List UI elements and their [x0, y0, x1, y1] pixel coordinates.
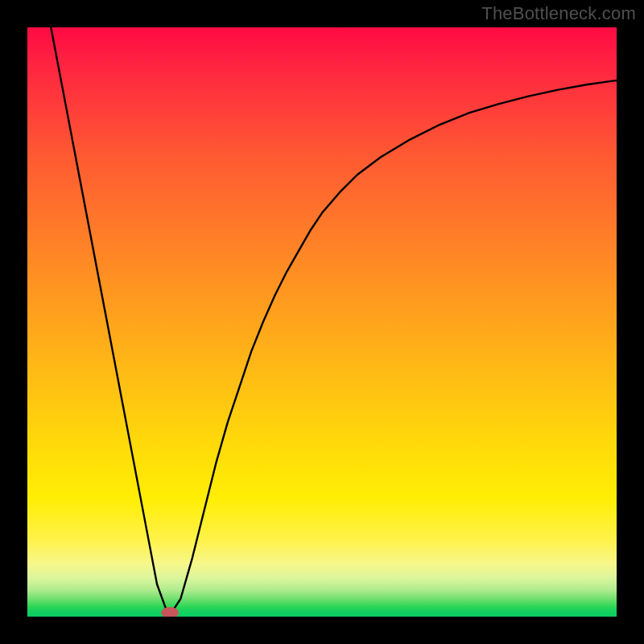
watermark-text: TheBottleneck.com [481, 3, 636, 24]
curve-svg [27, 27, 617, 617]
plot-area [27, 27, 617, 617]
bottleneck-curve [51, 27, 617, 617]
minimum-marker [161, 607, 179, 617]
chart-frame: TheBottleneck.com [0, 0, 644, 644]
